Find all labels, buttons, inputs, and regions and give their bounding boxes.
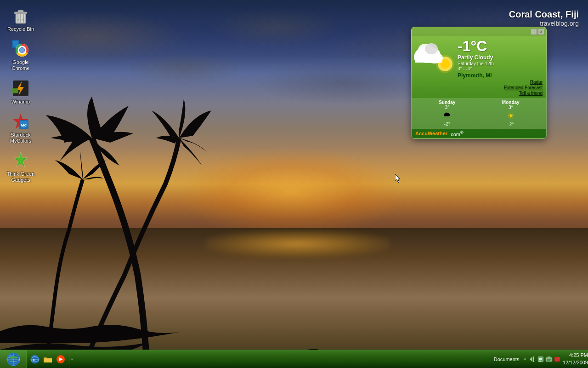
tray-previous-icon[interactable]	[529, 356, 536, 363]
taskbar-arrows: »	[522, 356, 527, 362]
weather-cloud-icon	[414, 39, 455, 75]
forecast-monday-hi: 3°	[479, 105, 543, 110]
tray-icon-4[interactable]	[554, 356, 561, 363]
taskbar: e » Docume	[0, 350, 588, 368]
chrome-image	[11, 40, 30, 58]
weather-links: Radar Extended Forecast Tell a friend	[458, 80, 543, 96]
stardock-label: Stardock MyColors	[6, 132, 35, 144]
svg-text:e: e	[33, 357, 35, 362]
forecast-sunday-hi: 3°	[415, 105, 479, 110]
watermark-subtitle: travelblog.org	[509, 20, 579, 27]
stardock-image: MC	[11, 112, 30, 131]
svg-rect-31	[415, 57, 442, 63]
desktop: Coral Coast, Fiji travelblog.org	[0, 0, 588, 368]
taskbar-date: 12/12/2009	[563, 359, 588, 366]
weather-minimize-btn[interactable]: ─	[531, 29, 537, 35]
folder-taskbar-icon[interactable]	[42, 354, 53, 365]
weather-location: Plymouth, MI	[458, 72, 543, 79]
palm-trees	[0, 92, 322, 368]
tgg-image	[11, 151, 30, 170]
weather-titlebar: ─ ✕	[412, 27, 546, 36]
accuweather-com: .com®	[449, 130, 464, 137]
weather-radar-link[interactable]: Radar	[530, 80, 543, 85]
forecast-day-1: Monday 3° ☀ -2°	[479, 100, 543, 127]
stardock-mycolors-icon[interactable]: MC Stardock MyColors	[5, 110, 37, 146]
quick-launch-separator: »	[69, 356, 74, 362]
media-player-taskbar-icon[interactable]	[55, 354, 66, 365]
forecast-monday-icon: ☀	[479, 111, 543, 121]
forecast-sunday: Sunday	[415, 100, 479, 105]
winamp-icon[interactable]: Winamp	[5, 77, 37, 107]
taskbar-clock[interactable]: 4:25 PM 12/12/2009	[563, 352, 588, 366]
svg-rect-6	[18, 10, 23, 12]
accuweather-brand: AccuWeather	[415, 131, 447, 136]
weather-date: Saturday the 12th	[458, 61, 543, 66]
weather-extended-link[interactable]: Extended Forecast	[504, 85, 543, 90]
winamp-image	[11, 79, 30, 98]
ie-taskbar-icon[interactable]: e	[29, 354, 40, 365]
forecast-monday: Monday	[479, 100, 543, 105]
weather-forecast: Sunday 3° 🌨 -2° Monday 3° ☀ -2°	[412, 98, 546, 129]
recycle-bin-icon[interactable]: Recycle Bin	[5, 5, 37, 34]
quick-launch: e	[27, 350, 69, 368]
forecast-sunday-icon: 🌨	[415, 111, 479, 121]
weather-tell-link[interactable]: Tell a friend	[519, 91, 543, 96]
svg-point-30	[425, 43, 438, 54]
weather-condition: Partly Cloudy	[458, 54, 543, 61]
recycle-bin-image	[11, 6, 30, 25]
tray-icon-2[interactable]	[537, 356, 544, 363]
tray-icon-3[interactable]	[545, 356, 553, 363]
svg-rect-46	[533, 356, 534, 362]
tgg-label: Think Green Gadgets	[6, 171, 35, 183]
think-green-gadgets-icon[interactable]: Think Green Gadgets	[5, 150, 37, 185]
svg-rect-16	[12, 89, 18, 93]
forecast-day-0: Sunday 3° 🌨 -2°	[415, 100, 479, 127]
recycle-bin-label: Recycle Bin	[7, 26, 34, 32]
watermark-title: Coral Coast, Fiji	[509, 9, 579, 20]
taskbar-time: 4:25 PM	[563, 352, 588, 359]
start-button[interactable]	[0, 350, 27, 368]
forecast-sunday-lo: -2°	[415, 121, 479, 126]
weather-widget: ─ ✕	[411, 27, 547, 139]
weather-icon-area	[414, 39, 455, 75]
weather-range: 3° - -4°	[458, 66, 543, 71]
start-globe-icon	[6, 352, 21, 367]
google-chrome-icon[interactable]: Google Chrome	[5, 38, 37, 73]
svg-point-10	[20, 48, 24, 52]
weather-close-btn[interactable]: ✕	[538, 29, 544, 35]
taskbar-documents-label: Documents	[491, 356, 523, 362]
winamp-label: Winamp	[11, 99, 30, 105]
forecast-monday-lo: -2°	[479, 122, 543, 127]
desktop-icons: Recycle Bin	[5, 5, 37, 185]
weather-temperature: -1°C	[458, 39, 543, 53]
weather-main: -1°C Partly Cloudy Saturday the 12th 3° …	[412, 36, 546, 98]
chrome-label: Google Chrome	[6, 59, 35, 71]
weather-footer: AccuWeather .com®	[412, 129, 546, 138]
watermark: Coral Coast, Fiji travelblog.org	[509, 9, 579, 27]
taskbar-tasks	[74, 350, 491, 368]
system-tray	[527, 356, 563, 363]
weather-info: -1°C Partly Cloudy Saturday the 12th 3° …	[455, 39, 543, 96]
svg-marker-45	[530, 356, 532, 362]
svg-rect-52	[548, 356, 550, 358]
svg-text:MC: MC	[21, 123, 27, 127]
